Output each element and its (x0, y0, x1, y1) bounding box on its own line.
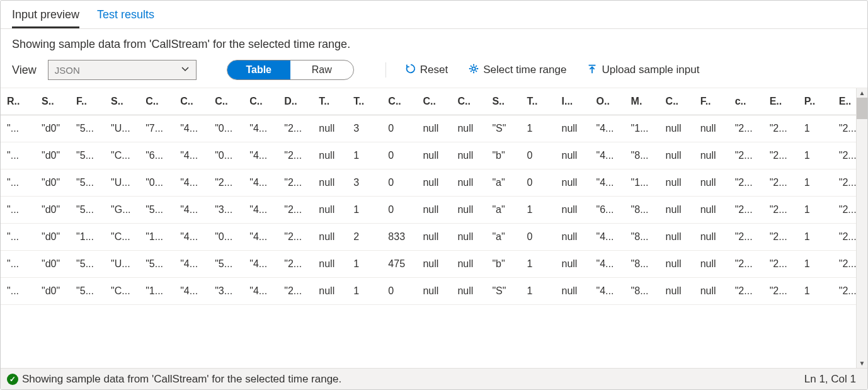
table-cell: null (556, 142, 590, 169)
table-cell: null (556, 278, 590, 305)
table-cell: null (312, 197, 347, 224)
table-cell: "4... (174, 169, 208, 197)
column-header[interactable]: T.. (312, 88, 347, 115)
table-cell: null (660, 278, 694, 305)
select-time-range-button[interactable]: Select time range (468, 63, 566, 77)
view-mode-table[interactable]: Table (227, 60, 290, 79)
tab-input-preview[interactable]: Input preview (12, 8, 79, 28)
table-cell: "5... (70, 142, 105, 169)
format-dropdown-value: JSON (55, 65, 80, 76)
column-header[interactable]: P.. (798, 88, 833, 115)
format-dropdown[interactable]: JSON (48, 60, 197, 80)
column-header[interactable]: C.. (416, 88, 451, 115)
table-cell: 3 (347, 115, 382, 142)
column-header[interactable]: c.. (729, 88, 763, 115)
table-row[interactable]: "..."d0""5..."C..."1..."4..."3..."4..."2… (1, 278, 867, 305)
column-header[interactable]: E.. (763, 88, 798, 115)
column-header[interactable]: C.. (174, 88, 208, 115)
column-header[interactable]: D.. (278, 88, 312, 115)
column-header[interactable]: C.. (660, 88, 694, 115)
table-cell: "U... (105, 251, 139, 278)
tab-test-results[interactable]: Test results (97, 8, 154, 28)
table-cell: "5... (70, 169, 105, 197)
table-cell: null (312, 115, 347, 142)
table-cell: 1 (520, 197, 555, 224)
upload-sample-input-button[interactable]: Upload sample input (586, 63, 699, 77)
table-cell: "4... (590, 251, 625, 278)
table-cell: "2... (763, 251, 798, 278)
table-cell: 1 (798, 224, 833, 251)
table-cell: null (694, 197, 729, 224)
table-row[interactable]: "..."d0""5..."U..."5..."4..."5..."4..."2… (1, 251, 867, 278)
table-cell: "2... (278, 169, 312, 197)
table-cell: "b" (486, 142, 520, 169)
table-cell: 1 (798, 278, 833, 305)
table-cell: null (312, 251, 347, 278)
column-header[interactable]: S.. (35, 88, 70, 115)
reset-button[interactable]: Reset (405, 63, 448, 77)
table-cell: null (660, 142, 694, 169)
vertical-scrollbar[interactable]: ▲ ▼ (856, 88, 867, 368)
table-cell: "S" (486, 115, 520, 142)
table-row[interactable]: "..."d0""5..."U..."0..."4..."2..."4..."2… (1, 169, 867, 197)
table-cell: null (416, 197, 451, 224)
view-mode-raw[interactable]: Raw (290, 60, 353, 79)
table-cell: 2 (347, 224, 382, 251)
table-cell: "d0" (35, 278, 70, 305)
column-header[interactable]: C.. (243, 88, 278, 115)
table-cell: "U... (105, 115, 139, 142)
table-cell: 0 (382, 115, 416, 142)
table-cell: "0... (208, 115, 243, 142)
table-cell: "2... (278, 197, 312, 224)
scroll-down-icon[interactable]: ▼ (857, 358, 867, 368)
column-header[interactable]: C.. (208, 88, 243, 115)
table-cell: "1... (70, 224, 105, 251)
data-table-wrap: R..S..F..S..C..C..C..C..D..T..T..C..C..C… (1, 88, 867, 368)
column-header[interactable]: C.. (382, 88, 416, 115)
column-header[interactable]: C.. (139, 88, 174, 115)
column-header[interactable]: C.. (451, 88, 486, 115)
table-row[interactable]: "..."d0""5..."G..."5..."4..."3..."4..."2… (1, 197, 867, 224)
column-header[interactable]: I... (556, 88, 590, 115)
table-cell: null (660, 169, 694, 197)
table-cell: 1 (520, 251, 555, 278)
table-cell: "8... (625, 142, 660, 169)
table-row[interactable]: "..."d0""1..."C..."1..."4..."0..."4..."2… (1, 224, 867, 251)
table-cell: "a" (486, 224, 520, 251)
table-cell: "1... (139, 278, 174, 305)
column-header[interactable]: O.. (590, 88, 625, 115)
table-cell: "2... (729, 115, 763, 142)
column-header[interactable]: R.. (1, 88, 35, 115)
scroll-thumb[interactable] (857, 98, 867, 119)
table-cell: 1 (798, 197, 833, 224)
table-cell: 0 (382, 197, 416, 224)
table-cell: "d0" (35, 251, 70, 278)
column-header[interactable]: T.. (347, 88, 382, 115)
table-cell: "4... (174, 224, 208, 251)
table-cell: "2... (278, 251, 312, 278)
upload-sample-input-label: Upload sample input (602, 64, 699, 76)
column-header[interactable]: M. (625, 88, 660, 115)
table-cell: 475 (382, 251, 416, 278)
table-cell: "1... (625, 115, 660, 142)
table-cell: null (694, 169, 729, 197)
table-cell: "2... (763, 278, 798, 305)
table-cell: null (451, 224, 486, 251)
column-header[interactable]: T.. (520, 88, 555, 115)
success-icon: ✓ (7, 374, 18, 385)
table-cell: null (694, 251, 729, 278)
table-cell: null (312, 142, 347, 169)
table-row[interactable]: "..."d0""5..."C..."6..."4..."0..."4..."2… (1, 142, 867, 169)
table-cell: "... (1, 224, 35, 251)
table-cell: null (451, 115, 486, 142)
table-row[interactable]: "..."d0""5..."U..."7..."4..."0..."4..."2… (1, 115, 867, 142)
column-header[interactable]: S.. (486, 88, 520, 115)
column-header[interactable]: S.. (105, 88, 139, 115)
column-header[interactable]: F.. (70, 88, 105, 115)
divider (385, 62, 386, 77)
table-cell: 0 (520, 142, 555, 169)
table-cell: "4... (590, 169, 625, 197)
column-header[interactable]: F.. (694, 88, 729, 115)
scroll-up-icon[interactable]: ▲ (857, 88, 867, 98)
table-cell: "4... (590, 278, 625, 305)
